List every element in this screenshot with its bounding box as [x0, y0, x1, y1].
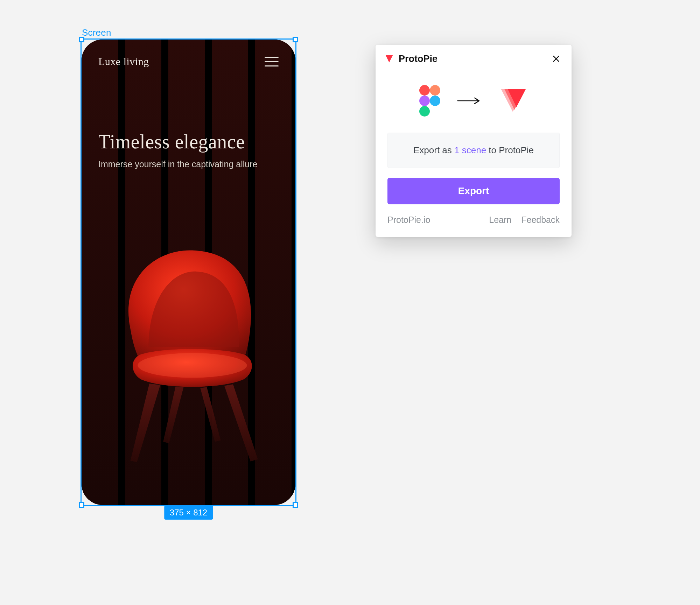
resize-handle-top-right[interactable]	[293, 37, 298, 42]
hero-headline: Timeless elegance	[98, 131, 279, 153]
protopie-logo-icon	[498, 86, 528, 116]
close-button[interactable]	[550, 52, 562, 65]
resize-handle-bottom-left[interactable]	[79, 502, 84, 508]
hero-copy: Timeless elegance Immerse yourself in th…	[98, 131, 279, 169]
svg-point-1	[419, 85, 430, 96]
close-icon	[552, 54, 561, 63]
arrow-right-icon	[456, 97, 482, 105]
screen-header: Luxe living	[98, 56, 279, 68]
resize-handle-top-left[interactable]	[79, 37, 84, 42]
frame-label[interactable]: Screen	[82, 27, 111, 38]
hamburger-menu-icon[interactable]	[265, 57, 279, 66]
protopie-mark-icon	[385, 54, 394, 63]
footer-learn-link[interactable]: Learn	[489, 215, 511, 225]
protopie-plugin-panel[interactable]: ProtoPie	[376, 45, 572, 237]
svg-point-5	[419, 106, 430, 117]
hero-subhead: Immerse yourself in the captivating allu…	[98, 159, 279, 169]
panel-title: ProtoPie	[399, 54, 438, 64]
selected-frame[interactable]: Screen Luxe living Timeless elegance Imm…	[80, 38, 296, 506]
dimensions-badge: 375 × 812	[164, 506, 213, 520]
resize-handle-bottom-right[interactable]	[293, 502, 298, 508]
export-button[interactable]: Export	[387, 178, 560, 204]
mobile-screen: Luxe living Timeless elegance Immerse yo…	[82, 40, 295, 505]
design-canvas[interactable]: Screen Luxe living Timeless elegance Imm…	[0, 0, 700, 605]
svg-point-4	[430, 96, 440, 106]
export-info-highlight: 1 scene	[454, 145, 486, 155]
export-info: Export as 1 scene to ProtoPie	[387, 133, 560, 168]
svg-point-0	[138, 353, 247, 378]
footer-site-link[interactable]: ProtoPie.io	[387, 215, 430, 225]
panel-header: ProtoPie	[376, 45, 572, 73]
export-flow-illustration	[387, 85, 560, 117]
brand-label: Luxe living	[98, 56, 149, 68]
svg-point-3	[419, 96, 430, 106]
panel-body: Export as 1 scene to ProtoPie Export	[376, 73, 572, 215]
svg-point-2	[430, 85, 440, 96]
export-info-prefix: Export as	[413, 145, 454, 155]
frame-outline[interactable]: Luxe living Timeless elegance Immerse yo…	[80, 38, 296, 506]
hero-image	[82, 204, 295, 505]
export-info-suffix: to ProtoPie	[486, 145, 534, 155]
footer-feedback-link[interactable]: Feedback	[521, 215, 560, 225]
figma-logo-icon	[419, 85, 440, 117]
panel-footer: ProtoPie.io Learn Feedback	[376, 215, 572, 237]
chair-icon	[98, 235, 280, 473]
